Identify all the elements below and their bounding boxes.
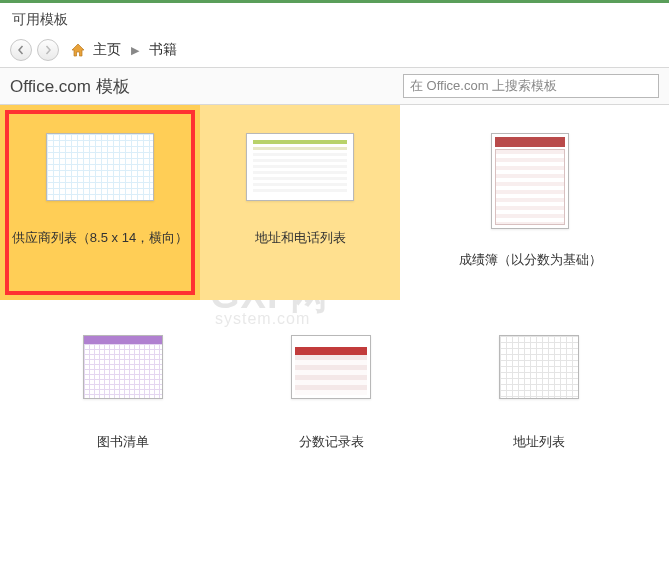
template-grid-row-1: 供应商列表（8.5 x 14，横向） 地址和电话列表 成绩簿（以分数为基础） bbox=[0, 105, 669, 300]
template-label: 分数记录表 bbox=[299, 433, 364, 451]
template-label: 成绩簿（以分数为基础） bbox=[459, 251, 602, 269]
templates-area: GXI 网 system.com 供应商列表（8.5 x 14，横向） 地址和电… bbox=[0, 105, 669, 470]
breadcrumb: 主页 ▶ 书籍 bbox=[93, 41, 177, 59]
template-item-book-list[interactable]: 图书清单 bbox=[38, 300, 208, 470]
search-input[interactable]: 在 Office.com 上搜索模板 bbox=[403, 74, 659, 98]
template-grid-row-2: 图书清单 分数记录表 地址列表 bbox=[0, 300, 669, 470]
template-thumbnail bbox=[46, 133, 154, 201]
template-thumbnail bbox=[291, 335, 371, 399]
template-item-gradebook[interactable]: 成绩簿（以分数为基础） bbox=[400, 105, 660, 300]
search-placeholder: 在 Office.com 上搜索模板 bbox=[410, 77, 557, 95]
template-item-score-record[interactable]: 分数记录表 bbox=[246, 300, 416, 470]
template-label: 图书清单 bbox=[97, 433, 149, 451]
template-thumbnail bbox=[491, 133, 569, 229]
template-item-supplier-list[interactable]: 供应商列表（8.5 x 14，横向） bbox=[0, 105, 200, 300]
template-label: 地址列表 bbox=[513, 433, 565, 451]
breadcrumb-bar: 主页 ▶ 书籍 bbox=[0, 37, 669, 68]
breadcrumb-item[interactable]: 书籍 bbox=[149, 41, 177, 59]
page-title: 可用模板 bbox=[0, 3, 669, 37]
template-item-address-list[interactable]: 地址列表 bbox=[454, 300, 624, 470]
breadcrumb-home[interactable]: 主页 bbox=[93, 41, 121, 59]
template-thumbnail bbox=[499, 335, 579, 399]
template-label: 供应商列表（8.5 x 14，横向） bbox=[12, 229, 188, 247]
template-thumbnail bbox=[246, 133, 354, 201]
home-icon[interactable] bbox=[70, 42, 86, 58]
template-label: 地址和电话列表 bbox=[255, 229, 346, 247]
nav-forward-button[interactable] bbox=[37, 39, 59, 61]
section-header: Office.com 模板 在 Office.com 上搜索模板 bbox=[0, 68, 669, 105]
template-thumbnail bbox=[83, 335, 163, 399]
chevron-right-icon: ▶ bbox=[131, 44, 139, 57]
section-title: Office.com 模板 bbox=[10, 75, 403, 98]
arrow-left-icon bbox=[16, 45, 26, 55]
nav-back-button[interactable] bbox=[10, 39, 32, 61]
template-item-address-phone-list[interactable]: 地址和电话列表 bbox=[200, 105, 400, 300]
arrow-right-icon bbox=[43, 45, 53, 55]
